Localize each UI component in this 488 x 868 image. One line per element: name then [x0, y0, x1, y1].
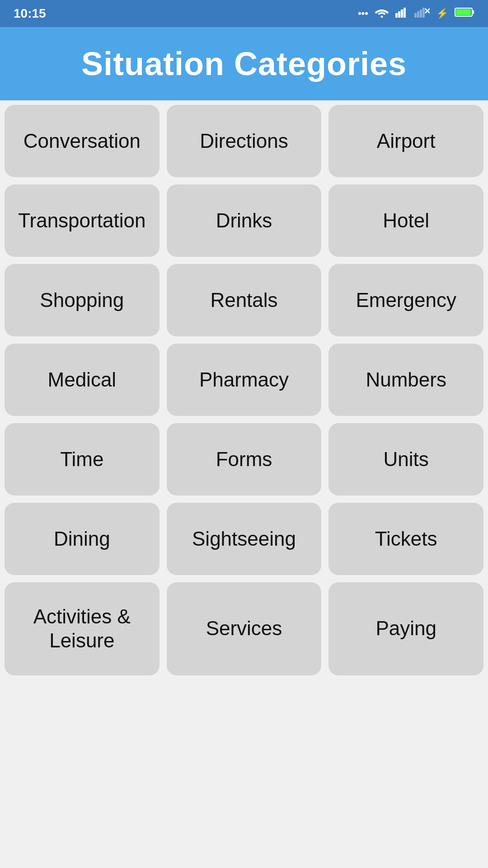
category-button-tickets[interactable]: Tickets: [328, 503, 483, 575]
status-time: 10:15: [14, 6, 46, 21]
category-button-emergency[interactable]: Emergency: [328, 264, 483, 336]
svg-rect-3: [401, 9, 403, 18]
category-button-numbers[interactable]: Numbers: [328, 344, 483, 416]
categories-grid: ConversationDirectionsAirportTransportat…: [0, 100, 488, 680]
svg-rect-4: [404, 8, 406, 18]
category-button-drinks[interactable]: Drinks: [167, 184, 322, 257]
status-icons: ••• ⚡: [358, 7, 474, 20]
bottom-space: [0, 680, 488, 868]
status-bar: 10:15 •••: [0, 0, 488, 27]
category-button-shopping[interactable]: Shopping: [5, 264, 160, 336]
battery-icon: [455, 7, 474, 20]
signal-x-icon: [414, 7, 430, 20]
category-button-activities-leisure[interactable]: Activities & Leisure: [5, 582, 160, 675]
signal-icon: [395, 7, 408, 20]
category-button-rentals[interactable]: Rentals: [167, 264, 322, 336]
svg-rect-6: [417, 11, 419, 18]
page-title: Situation Categories: [9, 45, 479, 82]
svg-point-0: [381, 16, 383, 18]
svg-rect-8: [422, 8, 425, 18]
svg-rect-7: [420, 9, 422, 18]
category-button-sightseeing[interactable]: Sightseeing: [167, 503, 322, 575]
svg-rect-13: [456, 9, 471, 15]
svg-rect-1: [395, 13, 398, 18]
category-button-pharmacy[interactable]: Pharmacy: [167, 344, 322, 416]
category-button-hotel[interactable]: Hotel: [328, 184, 483, 257]
more-icon: •••: [358, 8, 368, 19]
category-button-forms[interactable]: Forms: [167, 423, 322, 495]
category-button-directions[interactable]: Directions: [167, 105, 322, 177]
category-button-services[interactable]: Services: [167, 582, 322, 675]
svg-rect-12: [472, 10, 474, 14]
svg-rect-5: [414, 13, 417, 18]
category-button-transportation[interactable]: Transportation: [5, 184, 160, 257]
category-button-paying[interactable]: Paying: [328, 582, 483, 675]
svg-rect-2: [398, 11, 400, 18]
category-button-conversation[interactable]: Conversation: [5, 105, 160, 177]
wifi-icon: [375, 7, 389, 20]
category-button-time[interactable]: Time: [5, 423, 160, 495]
category-button-medical[interactable]: Medical: [5, 344, 160, 416]
category-button-dining[interactable]: Dining: [5, 503, 160, 575]
category-button-units[interactable]: Units: [328, 423, 483, 495]
category-button-airport[interactable]: Airport: [328, 105, 483, 177]
page-header: Situation Categories: [0, 27, 488, 100]
charging-icon: ⚡: [436, 8, 448, 19]
